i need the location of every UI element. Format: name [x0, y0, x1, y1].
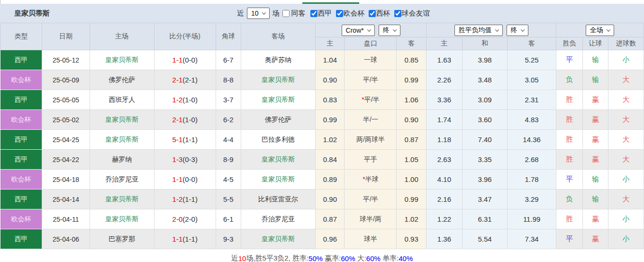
col-away: 皇家贝蒂斯	[241, 150, 316, 170]
same-away-label: 同客	[291, 9, 306, 18]
subheader-euro-away: 客	[508, 37, 556, 50]
away-team-link[interactable]: 皇家贝蒂斯	[262, 96, 295, 103]
asian-stage-select[interactable]: 终	[379, 25, 400, 36]
halftime-score: (1-1)	[182, 235, 198, 243]
col-type: 西甲	[0, 190, 42, 209]
summary-text: 单率:	[381, 254, 399, 262]
col-away: 巴拉多利德	[241, 130, 316, 150]
away-team-link[interactable]: 皇家贝蒂斯	[262, 235, 295, 243]
col-spread-result: 赢	[582, 90, 608, 110]
euro-stage-select[interactable]: 终	[507, 25, 528, 36]
away-team-link[interactable]: 比利亚雷亚尔	[258, 195, 298, 203]
col-score: 1-1(0-0)	[154, 170, 216, 190]
col-spread-result: 赢	[582, 229, 608, 249]
col-score: 1-3(0-3)	[154, 150, 216, 170]
handicap-text: 平手	[364, 155, 377, 163]
league-checkbox[interactable]	[310, 10, 317, 17]
col-euro-away-odds: 5.25	[508, 50, 556, 70]
col-away: 皇家贝蒂斯	[241, 70, 316, 90]
col-date: 25-04-22	[42, 150, 90, 170]
match-row: 西甲25-04-06巴塞罗那1-1(1-1)9-3皇家贝蒂斯0.96球半0.93…	[0, 229, 644, 249]
summary-text: 40%	[399, 254, 413, 262]
league-checkbox[interactable]	[336, 10, 343, 17]
summary-footer: 近10场,胜5平3负2, 胜率:50% 赢率:60% 大:60% 单率:40%	[0, 249, 644, 262]
handicap-text: 半/一	[363, 116, 378, 123]
handicap-text: 平/半	[364, 96, 380, 103]
col-asian-home-odds: 0.83	[316, 90, 345, 110]
col-home: 皇家贝蒂斯	[90, 190, 154, 209]
chevron-down-icon	[367, 27, 371, 31]
league-filter-西杯[interactable]: 西杯	[369, 9, 390, 18]
match-row: 西甲25-05-05西班牙人1-2(1-0)3-7皇家贝蒂斯0.83*平/半1.…	[0, 90, 644, 110]
handicap-text: 平/半	[363, 195, 378, 203]
halftime-score: (2-1)	[182, 76, 198, 84]
col-away: 皇家贝蒂斯	[241, 229, 316, 249]
header-home: 主场	[90, 23, 154, 50]
home-team-link[interactable]: 皇家贝蒂斯	[105, 136, 138, 143]
home-team-link[interactable]: 皇家贝蒂斯	[105, 195, 138, 203]
col-date: 25-05-09	[42, 70, 90, 90]
header-date: 日期	[42, 23, 90, 50]
recent-count-select[interactable]: 10	[247, 8, 270, 19]
col-result: 平	[556, 229, 583, 249]
col-goals-result: 大	[608, 150, 644, 170]
away-team-link[interactable]: 巴拉多利德	[262, 136, 295, 143]
col-asian-away-odds: 0.85	[397, 50, 426, 70]
scope-select[interactable]: 全场	[586, 25, 614, 36]
match-row: 西甲25-04-14皇家贝蒂斯1-2(1-1)5-5比利亚雷亚尔0.90平/半0…	[0, 190, 644, 209]
home-team-link[interactable]: 赫罗纳	[112, 155, 132, 163]
chevron-down-icon	[262, 10, 265, 14]
away-team-link[interactable]: 乔治罗尼亚	[262, 215, 295, 223]
same-away-filter[interactable]: 同客	[282, 9, 306, 18]
col-euro-away-odds: 1.78	[508, 170, 556, 190]
col-date: 25-05-12	[42, 50, 90, 70]
col-asian-away-odds: 1.02	[397, 209, 426, 229]
away-team-link[interactable]: 奥萨苏纳	[265, 56, 291, 63]
col-score: 2-0(2-0)	[154, 209, 216, 229]
col-handicap: 平/半	[345, 190, 397, 209]
league-badge: 西甲	[0, 190, 42, 209]
col-away: 皇家贝蒂斯	[241, 170, 316, 190]
league-filter-西甲[interactable]: 西甲	[310, 9, 332, 18]
away-team-link[interactable]: 皇家贝蒂斯	[262, 175, 295, 183]
home-team-link[interactable]: 皇家贝蒂斯	[105, 56, 138, 63]
col-euro-away-odds: 14.36	[508, 130, 556, 150]
league-checkbox[interactable]	[394, 10, 401, 17]
away-team-link[interactable]: 皇家贝蒂斯	[262, 76, 295, 83]
home-team-link[interactable]: 巴塞罗那	[109, 235, 135, 243]
league-filter-球会友谊[interactable]: 球会友谊	[394, 9, 430, 18]
league-badge: 欧会杯	[0, 110, 42, 129]
col-euro-draw-odds: 3.09	[462, 90, 507, 110]
col-euro-away-odds: 4.83	[508, 110, 556, 130]
col-home: 皇家贝蒂斯	[90, 209, 154, 229]
col-asian-home-odds: 0.89	[316, 170, 345, 190]
home-team-link[interactable]: 西班牙人	[109, 96, 135, 103]
handicap-text: 一球	[364, 56, 377, 63]
home-team-link[interactable]: 乔治罗尼亚	[105, 175, 138, 183]
col-score: 5-1(1-1)	[154, 130, 216, 150]
summary-text: 近	[231, 254, 238, 262]
home-team-link[interactable]: 皇家贝蒂斯	[105, 215, 138, 223]
league-filter-label: 球会友谊	[402, 9, 430, 18]
league-badge: 西甲	[0, 229, 42, 249]
col-euro-draw-odds: 7.40	[462, 130, 507, 150]
odds-type-select[interactable]: 胜平负均值	[454, 25, 503, 36]
top-strip	[0, 0, 644, 4]
away-team-link[interactable]: 皇家贝蒂斯	[262, 155, 295, 163]
away-team-link[interactable]: 佛罗伦萨	[265, 116, 291, 123]
home-team-link[interactable]: 皇家贝蒂斯	[105, 116, 138, 123]
col-type: 西甲	[0, 90, 42, 110]
same-away-checkbox[interactable]	[282, 10, 290, 17]
fulltime-score: 1-1	[172, 56, 183, 64]
col-euro-draw-odds: 3.96	[462, 170, 507, 190]
bookmaker-select[interactable]: Crow*	[342, 25, 375, 36]
league-filter-欧会杯[interactable]: 欧会杯	[336, 9, 365, 18]
chevron-down-icon	[392, 27, 396, 31]
home-team-link[interactable]: 佛罗伦萨	[109, 76, 135, 83]
col-goals-result: 小	[608, 50, 644, 70]
league-checkbox[interactable]	[369, 10, 376, 17]
fulltime-score: 5-1	[172, 136, 183, 144]
col-handicap: 半/一	[345, 110, 397, 130]
col-corner: 6-2	[216, 110, 241, 130]
recent-label: 近	[237, 9, 244, 18]
